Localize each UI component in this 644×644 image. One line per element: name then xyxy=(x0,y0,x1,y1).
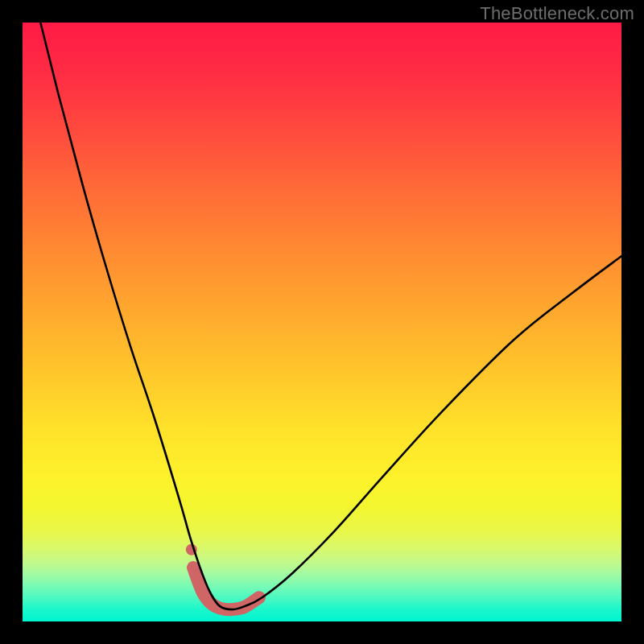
watermark-text: TheBottleneck.com xyxy=(480,3,634,24)
curve-svg xyxy=(23,23,621,621)
chart-frame: TheBottleneck.com xyxy=(0,0,644,644)
plot-area xyxy=(23,23,621,621)
bottleneck-curve xyxy=(40,23,621,609)
